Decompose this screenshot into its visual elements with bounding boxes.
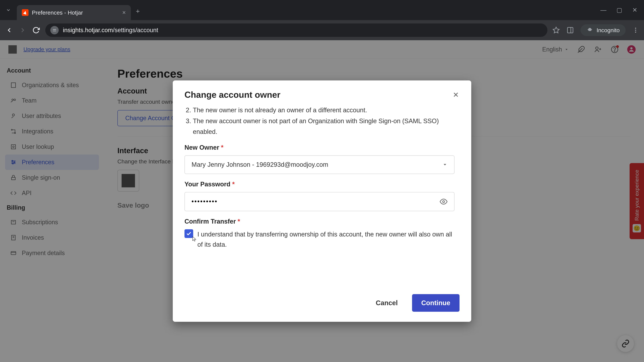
tab-title: Preferences - Hotjar [32,9,119,16]
change-owner-modal: Change account owner The new owner is no… [173,80,471,322]
hotjar-favicon [22,9,28,16]
side-panel-icon[interactable] [566,26,574,34]
reload-button[interactable] [32,26,40,34]
bookmark-icon[interactable] [552,26,560,34]
back-button[interactable] [5,26,14,34]
password-input[interactable] [192,198,440,205]
incognito-label: Incognito [596,27,620,33]
confirm-text: I understand that by transferring owners… [198,229,454,250]
svg-point-7 [635,31,636,33]
browser-tab-bar: Preferences - Hotjar × + — ▢ ✕ [0,0,644,20]
new-owner-select[interactable]: Mary Jenny Johnson - 1969293d@moodjoy.co… [184,155,454,174]
modal-close-button[interactable] [452,91,460,98]
close-window-icon[interactable]: ✕ [632,6,637,13]
cursor-icon [191,236,198,242]
browser-tab[interactable]: Preferences - Hotjar × [17,5,131,20]
svg-rect-3 [568,27,573,33]
new-owner-label: New Owner * [184,144,454,151]
window-controls: — ▢ ✕ [600,6,644,13]
incognito-indicator[interactable]: Incognito [580,24,626,36]
caret-down-icon [442,162,448,167]
cancel-button[interactable]: Cancel [368,294,405,312]
svg-marker-42 [444,164,446,166]
new-owner-value: Mary Jenny Johnson - 1969293d@moodjoy.co… [192,161,328,168]
tab-close-icon[interactable]: × [122,9,126,16]
url-input[interactable]: insights.hotjar.com/settings/account [45,23,548,37]
password-field-wrap [184,192,454,211]
url-text: insights.hotjar.com/settings/account [63,27,158,34]
app-root: Upgrade your plans English Account [0,40,644,362]
rule-item-3: The new account owner is not part of an … [193,116,454,137]
tab-list-dropdown[interactable] [3,5,14,15]
maximize-icon[interactable]: ▢ [616,6,622,13]
password-label: Your Password * [184,181,454,188]
minimize-icon[interactable]: — [600,6,606,13]
toggle-password-icon[interactable] [440,198,448,205]
svg-point-6 [635,30,636,31]
address-bar: insights.hotjar.com/settings/account Inc… [0,20,644,40]
modal-title: Change account owner [184,90,280,100]
modal-overlay[interactable]: Change account owner The new owner is no… [0,40,644,362]
svg-point-5 [635,28,636,29]
confirm-checkbox[interactable] [184,229,193,238]
svg-point-43 [442,201,444,203]
browser-menu-icon[interactable] [632,27,639,33]
rules-list: The new owner is not already an owner of… [184,105,454,137]
new-tab-button[interactable]: + [136,7,140,15]
forward-button[interactable] [18,26,27,34]
confirm-label: Confirm Transfer * [184,218,454,225]
modal-scroll-area[interactable]: The new owner is not already an owner of… [184,105,460,284]
site-info-icon[interactable] [50,26,59,34]
svg-marker-2 [553,27,559,33]
continue-button[interactable]: Continue [412,294,460,312]
rule-item-2: The new owner is not already an owner of… [193,105,454,116]
